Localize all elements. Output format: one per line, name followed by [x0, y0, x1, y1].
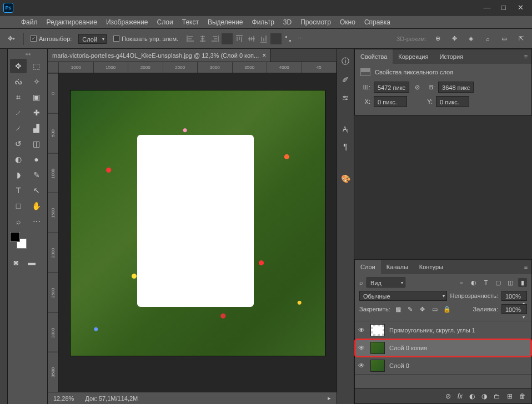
pen-tool[interactable]: ✎	[28, 168, 45, 182]
lock-position-icon[interactable]: ✥	[418, 305, 427, 314]
status-arrow-icon[interactable]: ▸	[328, 395, 331, 402]
hand-tool[interactable]: ✋	[28, 199, 45, 213]
toolbox-collapse-icon[interactable]: ◂◂	[10, 51, 45, 57]
heal-tool[interactable]: ✚	[28, 105, 45, 120]
3d-zoom-icon[interactable]: ◈	[465, 33, 476, 44]
crop-tool[interactable]: ⌗	[10, 90, 27, 104]
visibility-toggle-icon[interactable]: 👁	[358, 362, 366, 370]
close-button[interactable]: ✕	[516, 4, 524, 12]
filter-shape-icon[interactable]: ▢	[494, 278, 503, 287]
align-center-h-icon[interactable]	[197, 33, 208, 44]
quickmask-button[interactable]: ◙	[10, 257, 22, 267]
layer-row-selected[interactable]: 👁 Слой 0 копия	[355, 339, 531, 357]
distribute-icon[interactable]	[283, 33, 294, 44]
layer-mask-icon[interactable]: ◐	[469, 392, 475, 400]
panel-menu-icon[interactable]: ≡	[520, 49, 531, 64]
align-top-icon[interactable]	[234, 33, 245, 44]
shape-tool[interactable]: □	[10, 199, 27, 213]
menu-text[interactable]: Текст	[178, 16, 203, 29]
wand-tool[interactable]: ✧	[28, 74, 45, 89]
height-field[interactable]: 3648 пикс	[438, 82, 474, 93]
delete-layer-icon[interactable]: 🗑	[519, 392, 526, 400]
menu-file[interactable]: Файл	[17, 16, 42, 29]
menu-filter[interactable]: Фильтр	[248, 16, 279, 29]
menu-help[interactable]: Справка	[360, 16, 395, 29]
lasso-tool[interactable]: ᔔ	[10, 74, 27, 89]
tab-paths[interactable]: Контуры	[414, 260, 449, 274]
align-bottom-icon[interactable]	[258, 33, 269, 44]
filter-toggle-icon[interactable]: ▮	[518, 278, 527, 287]
foreground-color[interactable]	[10, 232, 20, 242]
color-panel-icon[interactable]: 🎨	[341, 174, 350, 183]
frame-tool[interactable]: ▣	[28, 90, 45, 104]
info-panel-icon[interactable]: ⓘ	[342, 57, 349, 67]
link-wh-icon[interactable]: ⊘	[413, 84, 421, 91]
menu-edit[interactable]: Редактирование	[42, 16, 102, 29]
menu-3d[interactable]: 3D	[279, 16, 296, 29]
stamp-tool[interactable]: ▟	[28, 121, 45, 135]
menu-window[interactable]: Окно	[335, 16, 360, 29]
edit-toolbar-button[interactable]: ⋯	[28, 214, 45, 229]
auto-select-checkbox[interactable]: ✓ Автовыбор:	[31, 36, 72, 42]
path-select-tool[interactable]: ↖	[28, 183, 45, 198]
blur-tool[interactable]: ●	[28, 152, 45, 166]
y-field[interactable]: 0 пикс.	[436, 96, 469, 107]
layer-filter-dropdown[interactable]: Вид	[367, 277, 405, 287]
doc-size-info[interactable]: Док: 57,1M/114,2M	[85, 395, 138, 402]
tab-layers[interactable]: Слои	[355, 260, 381, 274]
eraser-tool[interactable]: ◫	[28, 137, 45, 151]
zoom-tool[interactable]: ⌕	[10, 214, 27, 229]
filter-smartobj-icon[interactable]: ◫	[506, 278, 515, 287]
menu-view[interactable]: Просмотр	[296, 16, 335, 29]
width-field[interactable]: 5472 пикс	[374, 82, 409, 93]
lock-artboard-icon[interactable]: ▭	[430, 305, 439, 314]
workspace-icon[interactable]: ▭	[499, 33, 510, 44]
new-group-icon[interactable]: 🗀	[494, 392, 500, 400]
zoom-level[interactable]: 12,28%	[53, 395, 74, 402]
lock-all-icon[interactable]: 🔒	[443, 305, 451, 314]
character-panel-icon[interactable]: A|	[343, 125, 348, 133]
align-center-v-icon[interactable]	[246, 33, 257, 44]
filter-type-icon[interactable]: T	[481, 278, 490, 287]
3d-orbit-icon[interactable]: ⊕	[432, 33, 443, 44]
gradient-tool[interactable]: ◐	[10, 152, 27, 166]
align-right-icon[interactable]	[209, 33, 220, 44]
align-left-icon[interactable]	[185, 33, 196, 44]
menu-image[interactable]: Изображение	[102, 16, 153, 29]
screenmode-button[interactable]: ▬	[26, 257, 38, 267]
tab-history[interactable]: История	[434, 49, 469, 64]
lock-pixels-icon[interactable]: ▩	[394, 305, 403, 314]
auto-select-dropdown[interactable]: Слой	[78, 34, 107, 44]
brush-panel-icon[interactable]: ✐	[342, 75, 349, 84]
document-tab[interactable]: maria-victoria-portelles-g4L4OL_KkeE-uns…	[48, 49, 271, 62]
close-tab-icon[interactable]: ×	[262, 52, 266, 59]
share-icon[interactable]: ⇱	[515, 33, 526, 44]
fill-field[interactable]: 100%	[501, 304, 527, 314]
blend-mode-dropdown[interactable]: Обычные	[359, 291, 447, 301]
opacity-field[interactable]: 100%	[501, 291, 527, 301]
adjustments-panel-icon[interactable]: ≋	[342, 93, 349, 102]
history-brush-tool[interactable]: ↺	[10, 137, 27, 151]
search-icon[interactable]: ⌕	[482, 33, 493, 44]
type-tool[interactable]: T	[10, 183, 27, 198]
color-swatches[interactable]	[10, 232, 27, 249]
tab-channels[interactable]: Каналы	[381, 260, 414, 274]
canvas-viewport[interactable]	[59, 73, 337, 392]
maximize-button[interactable]: □	[500, 4, 508, 12]
filter-pixel-icon[interactable]: ▫	[457, 278, 466, 287]
link-layers-icon[interactable]: ⊘	[445, 392, 451, 400]
tab-properties[interactable]: Свойства	[355, 49, 393, 64]
visibility-toggle-icon[interactable]: 👁	[358, 344, 366, 352]
dodge-tool[interactable]: ◗	[10, 168, 27, 182]
show-controls-checkbox[interactable]: Показать упр. элем.	[113, 36, 178, 42]
marquee-tool[interactable]: ⬚	[28, 59, 45, 73]
menu-select[interactable]: Выделение	[203, 16, 248, 29]
layer-row[interactable]: 👁 Слой 0	[355, 357, 531, 375]
layer-row[interactable]: 👁 Прямоугольник, скругл. углы 1	[355, 321, 531, 339]
lock-paint-icon[interactable]: ✎	[406, 305, 415, 314]
brush-tool[interactable]: ⟋	[10, 121, 27, 135]
eyedropper-tool[interactable]: ⟋	[10, 105, 27, 120]
more-align-icon[interactable]: ⋯	[295, 33, 306, 44]
minimize-button[interactable]: —	[483, 4, 491, 12]
visibility-toggle-icon[interactable]: 👁	[358, 326, 366, 334]
